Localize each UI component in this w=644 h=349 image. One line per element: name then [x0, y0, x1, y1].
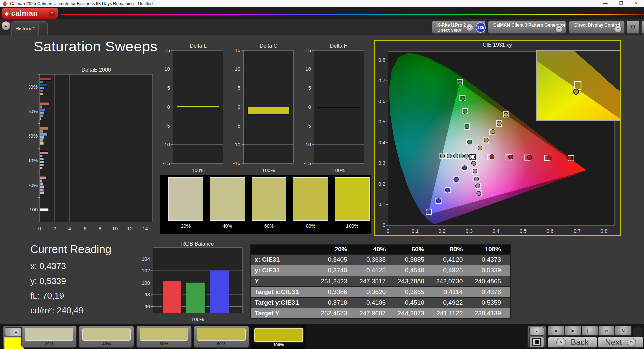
back-button[interactable]: « Back [548, 337, 597, 348]
table-row-label: Target y:CIE31 [251, 298, 318, 308]
cie-measured-point-yellow [484, 138, 488, 142]
pattern-button-40%[interactable]: 40% [79, 326, 134, 348]
minimize-button[interactable]: — [598, 0, 613, 7]
meter-count-badge[interactable]: 235 [476, 22, 486, 33]
tab-history-1[interactable]: History 1 + [11, 21, 48, 35]
refresh-button[interactable]: ↻ [615, 326, 632, 336]
compare-swatch-20% [168, 177, 203, 221]
table-cell: 0,3718 [318, 298, 356, 308]
play-button[interactable]: ▶ [565, 326, 581, 336]
svg-text:14: 14 [142, 226, 148, 231]
next-button[interactable]: Next » [598, 337, 643, 348]
workspace: Saturation Sweeps DeltaE 2000 0246810121… [0, 35, 644, 324]
calman-logo-icon: ◈ [5, 9, 10, 17]
table-cell: 0,4125 [356, 265, 395, 276]
svg-text:100%: 100% [29, 84, 38, 90]
current-reading-x: x: 0,4373 [30, 261, 111, 271]
pattern-button-100%[interactable]: 100% [251, 325, 306, 349]
measurement-table: 20%40%60%80%100%x: CIE310,34050,36380,38… [250, 244, 511, 319]
pattern-generator-dropdown[interactable]: CalMAN Client 3 Pattern Generator ▼ [488, 21, 566, 34]
svg-text:0,5: 0,5 [520, 228, 527, 234]
svg-text:0,7: 0,7 [574, 228, 581, 234]
table-cell: 0,3620 [356, 287, 395, 297]
svg-text:5: 5 [308, 85, 311, 91]
pattern-button-60%[interactable]: 60% [136, 326, 192, 348]
pattern-generator-name: CalMAN Client 3 Pattern Generator [493, 22, 566, 28]
delta-l-chart: 151050-5-10-15100% [153, 41, 225, 175]
calman-menu-button[interactable]: ◈ calman ▼ [2, 8, 58, 19]
meter-dropdown[interactable]: X-Rite i1Pro 2 Direct View ▼ 235 [432, 21, 486, 34]
svg-text:10: 10 [305, 66, 311, 72]
pattern-button-label: 20% [22, 341, 76, 346]
tab-bar: ▶ History 1 + X-Rite i1Pro 2 Direct View… [0, 19, 644, 35]
chevron-down-icon: ▼ [555, 25, 563, 33]
table-cell: 0,5359 [471, 298, 510, 308]
svg-text:0,6: 0,6 [378, 98, 385, 104]
table-cell: 0,4540 [394, 265, 433, 276]
cie-measured-point-green [465, 124, 469, 129]
svg-text:0,7: 0,7 [378, 78, 385, 83]
layout-nav-button[interactable]: ▶ [1, 21, 11, 31]
svg-text:8: 8 [99, 226, 101, 231]
restore-button[interactable]: ❐ [613, 0, 629, 7]
svg-text:-5: -5 [166, 123, 170, 129]
series-button[interactable]: [··] [582, 326, 598, 336]
cie-measured-point-magenta [473, 169, 477, 173]
svg-text:0: 0 [38, 226, 41, 231]
pattern-button-80%[interactable]: 80% [194, 326, 249, 348]
svg-text:80%: 80% [29, 108, 38, 114]
table-corner [251, 245, 318, 254]
svg-text:-5: -5 [307, 123, 311, 129]
meter-name: X-Rite i1Pro 2 [437, 22, 466, 28]
pattern-swatch [25, 328, 73, 341]
bottom-control-bar: ▲ 20%40%60%80%100% ▲ ■▶[··]∞↻ « Back Nex… [0, 324, 644, 349]
svg-text:100%: 100% [262, 167, 275, 173]
svg-text:-10: -10 [233, 142, 240, 147]
svg-text:0,5: 0,5 [378, 119, 385, 124]
svg-text:0,2: 0,2 [439, 228, 446, 234]
table-row-label: Target Y [251, 308, 318, 318]
svg-text:5: 5 [238, 85, 240, 91]
cie-measured-point-blue [454, 177, 458, 182]
add-tab-button[interactable]: + [38, 22, 47, 35]
svg-text:4: 4 [68, 226, 71, 231]
svg-text:10: 10 [112, 226, 118, 231]
svg-text:0,4: 0,4 [492, 228, 499, 234]
continuous-button[interactable]: ∞ [598, 326, 615, 336]
rgb-bar-blue [210, 270, 229, 313]
cie-measured-point-yellow [497, 121, 501, 126]
svg-text:0: 0 [308, 104, 311, 110]
table-cell: 0,4378 [471, 287, 510, 297]
svg-text:-10: -10 [304, 142, 311, 147]
settings-button[interactable]: ⚙ [627, 21, 639, 34]
collapse-panel-button[interactable]: ◀ [641, 21, 644, 34]
cie-measured-point-red [547, 156, 551, 160]
svg-text:10: 10 [235, 66, 240, 72]
table-cell: 247,9607 [356, 308, 395, 318]
calman-logo-text: calman [11, 9, 38, 18]
chevron-down-icon: ▼ [49, 10, 55, 16]
table-cell: 0,3865 [394, 287, 433, 297]
svg-text:20%: 20% [29, 182, 38, 188]
close-button[interactable]: ✕ [629, 0, 644, 7]
cie-measured-point-blue [436, 199, 441, 203]
cie-measured-point-magenta [472, 161, 476, 165]
divider [475, 22, 475, 32]
svg-text:40%: 40% [29, 158, 38, 163]
cie-measured-point-yellow [478, 146, 482, 150]
expand-measure-panel-button[interactable]: ▲ [529, 327, 544, 336]
cie-measured-point-green [461, 96, 465, 101]
table-cell: 0,4105 [356, 298, 395, 308]
pattern-swatch [254, 328, 303, 342]
table-cell: 0,4925 [433, 265, 472, 276]
window-position-button[interactable] [529, 337, 544, 347]
svg-text:100: 100 [142, 280, 150, 286]
svg-text:5: 5 [167, 85, 170, 91]
pattern-button-20%[interactable]: 20% [21, 326, 77, 348]
svg-text:0: 0 [167, 104, 170, 110]
table-header-row: 20%40%60%80%100% [251, 245, 510, 254]
svg-text:0,6: 0,6 [546, 228, 553, 234]
stop-button[interactable]: ■ [548, 326, 565, 336]
display-control-dropdown[interactable]: Direct Display Control ▼ [569, 21, 625, 34]
compare-swatch-60% [252, 177, 286, 221]
